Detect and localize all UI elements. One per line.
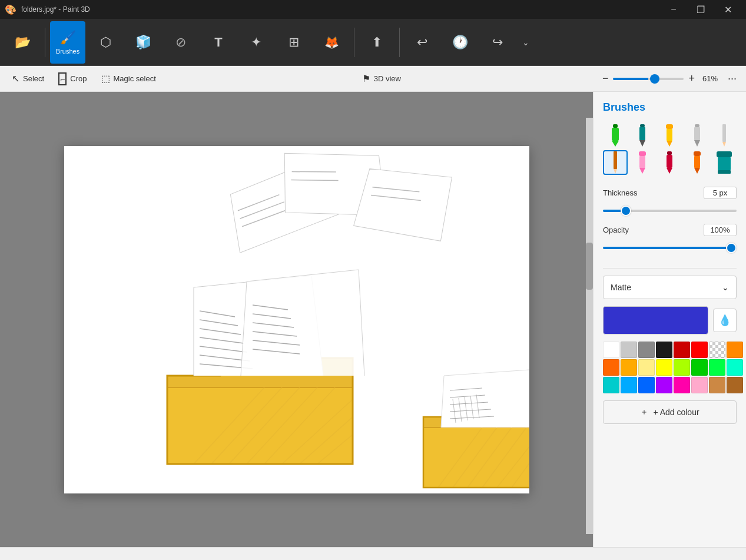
brush-marker-green[interactable] — [603, 123, 628, 148]
select-tool-button[interactable]: ↖ Select — [7, 69, 49, 88]
color-green[interactable] — [709, 359, 725, 376]
app-icon: 🎨 — [5, 4, 16, 15]
color-dark-orange[interactable] — [603, 359, 619, 376]
brush-pencil-light[interactable] — [712, 123, 737, 148]
color-gray[interactable] — [638, 342, 655, 358]
svg-marker-50 — [639, 140, 645, 147]
color-light-gray[interactable] — [621, 342, 637, 358]
close-button[interactable]: ✕ — [714, 0, 741, 19]
svg-rect-52 — [667, 129, 672, 141]
minimize-button[interactable]: − — [660, 0, 687, 19]
3d-view-icon: ⚑ — [362, 73, 370, 84]
brush-pen-teal[interactable] — [630, 123, 655, 148]
action-more-button[interactable]: ··· — [725, 72, 739, 85]
toolbar-brushes[interactable]: 🖌️ Brushes — [50, 21, 85, 64]
color-light-yellow[interactable] — [638, 359, 655, 376]
color-dark-red[interactable] — [674, 342, 690, 358]
color-white[interactable] — [603, 342, 619, 358]
svg-rect-65 — [667, 155, 672, 168]
color-orange[interactable] — [727, 342, 743, 358]
svg-rect-67 — [694, 151, 701, 156]
color-cyan[interactable] — [603, 377, 619, 393]
matte-label: Matte — [611, 283, 631, 292]
toolbar-sep-1 — [45, 28, 45, 57]
matte-chevron-icon: ⌄ — [722, 283, 729, 292]
brush-marker-red[interactable] — [657, 150, 682, 175]
eyedropper-button[interactable]: 💧 — [713, 309, 737, 332]
canvas-area[interactable] — [0, 92, 593, 547]
toolbar-crop[interactable]: ⊞ — [276, 21, 311, 64]
color-blue[interactable] — [638, 377, 655, 393]
color-purple[interactable] — [656, 377, 672, 393]
toolbar-undo[interactable]: ↩ — [405, 21, 440, 64]
color-tan[interactable] — [709, 377, 725, 393]
title-bar: 🎨 folders.jpg* - Paint 3D − ❐ ✕ — [0, 0, 746, 19]
brush-teal-wide[interactable] — [712, 150, 737, 175]
toolbar-effects[interactable]: ✦ — [238, 21, 274, 64]
toolbar-stickers[interactable]: ⊘ — [163, 21, 198, 64]
toolbar-select[interactable]: ⬡ — [88, 21, 123, 64]
opacity-slider[interactable] — [603, 247, 737, 249]
color-sky-blue[interactable] — [621, 377, 637, 393]
toolbar-redo[interactable]: ↪ — [480, 21, 515, 64]
add-colour-plus-icon: ＋ — [640, 407, 648, 417]
opacity-value: 100% — [704, 224, 737, 236]
brush-pencil-orange[interactable] — [603, 150, 628, 175]
svg-marker-53 — [667, 141, 672, 147]
3d-shapes-icon: 🧊 — [135, 35, 151, 50]
toolbar-text[interactable]: T — [201, 21, 236, 64]
color-black[interactable] — [656, 342, 672, 358]
magic-select-icon: ⬚ — [101, 73, 110, 84]
svg-rect-70 — [717, 151, 732, 157]
brush-crayon-pink[interactable] — [630, 150, 655, 175]
thickness-slider[interactable] — [603, 210, 737, 212]
matte-dropdown[interactable]: Matte ⌄ — [603, 276, 737, 299]
open-icon: 📂 — [15, 35, 31, 50]
3d-view-button[interactable]: ⚑ 3D view — [357, 69, 406, 88]
color-teal-light[interactable] — [727, 359, 743, 376]
svg-rect-72 — [718, 170, 731, 174]
toolbar-sep-2 — [354, 28, 354, 57]
color-yellow-green[interactable] — [674, 359, 690, 376]
color-pink[interactable] — [691, 377, 708, 393]
brush-grid — [603, 123, 737, 175]
brush-pen-light[interactable] — [685, 123, 709, 148]
color-preview-row: 💧 — [603, 306, 737, 334]
history-icon: 🕐 — [452, 35, 468, 50]
toolbar-mixed-reality[interactable]: 🦊 — [314, 21, 349, 64]
zoom-value: 61% — [699, 74, 721, 83]
zoom-slider[interactable] — [613, 78, 684, 80]
color-yellow-orange[interactable] — [621, 359, 637, 376]
color-transparent[interactable] — [709, 342, 725, 358]
zoom-in-button[interactable]: + — [688, 72, 695, 85]
brush-crayon-orange[interactable] — [685, 150, 709, 175]
vertical-scrollbar[interactable] — [586, 118, 593, 534]
svg-rect-54 — [695, 124, 699, 127]
thickness-value: 5 px — [704, 187, 737, 199]
toolbar-share[interactable]: ⬆ — [359, 21, 394, 64]
scrollbar-thumb-v[interactable] — [586, 243, 593, 290]
current-color-preview[interactable] — [603, 306, 708, 334]
color-yellow[interactable] — [656, 359, 672, 376]
toolbar-history[interactable]: 🕐 — [442, 21, 478, 64]
toolbar-more[interactable]: ⌄ — [518, 21, 534, 64]
opacity-section: Opacity 100% — [603, 224, 737, 251]
zoom-out-button[interactable]: − — [602, 72, 609, 85]
crop-tool-button[interactable]: ⌐ Crop — [54, 69, 91, 88]
maximize-button[interactable]: ❐ — [687, 0, 714, 19]
select-icon: ⬡ — [100, 35, 111, 50]
opacity-header: Opacity 100% — [603, 224, 737, 236]
panel-title: Brushes — [603, 101, 737, 114]
magic-select-button[interactable]: ⬚ Magic select — [97, 69, 161, 88]
color-red[interactable] — [691, 342, 708, 358]
color-brown[interactable] — [727, 377, 743, 393]
toolbar-open[interactable]: 📂 — [5, 21, 40, 64]
toolbar-3d-shapes[interactable]: 🧊 — [125, 21, 161, 64]
color-magenta[interactable] — [674, 377, 690, 393]
toolbar-more-icon: ⌄ — [522, 38, 529, 47]
svg-rect-59 — [614, 151, 617, 169]
add-colour-button[interactable]: ＋ + Add colour — [603, 400, 737, 424]
color-light-green[interactable] — [691, 359, 708, 376]
brush-crayon-yellow[interactable] — [657, 123, 682, 148]
crop-tool-icon: ⌐ — [58, 72, 67, 85]
